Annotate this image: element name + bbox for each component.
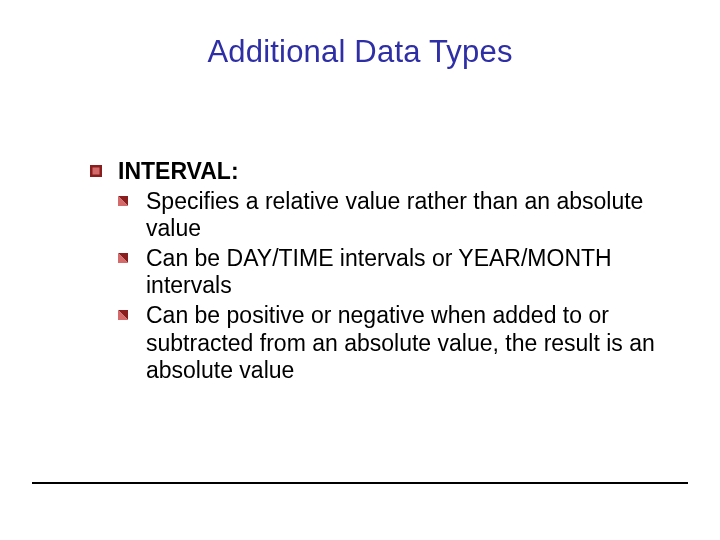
bullet-icon	[118, 196, 128, 206]
slide-content: INTERVAL: Specifies a relative value rat…	[90, 158, 662, 385]
list-item: Specifies a relative value rather than a…	[118, 188, 662, 243]
list-item: Can be positive or negative when added t…	[118, 302, 662, 385]
list-text: Can be DAY/TIME intervals or YEAR/MONTH …	[146, 245, 612, 299]
slide-title: Additional Data Types	[0, 34, 720, 70]
list-text: Specifies a relative value rather than a…	[146, 188, 643, 242]
list-item: INTERVAL: Specifies a relative value rat…	[90, 158, 662, 385]
svg-rect-1	[93, 168, 100, 175]
list-item: Can be DAY/TIME intervals or YEAR/MONTH …	[118, 245, 662, 300]
list-heading: INTERVAL:	[118, 158, 239, 184]
list-text: Can be positive or negative when added t…	[146, 302, 655, 383]
footer-divider	[32, 482, 688, 484]
bullet-icon	[118, 310, 128, 320]
bullet-icon	[118, 253, 128, 263]
bullet-icon	[90, 165, 102, 177]
slide: Additional Data Types INTERVAL: Specifie…	[0, 0, 720, 540]
